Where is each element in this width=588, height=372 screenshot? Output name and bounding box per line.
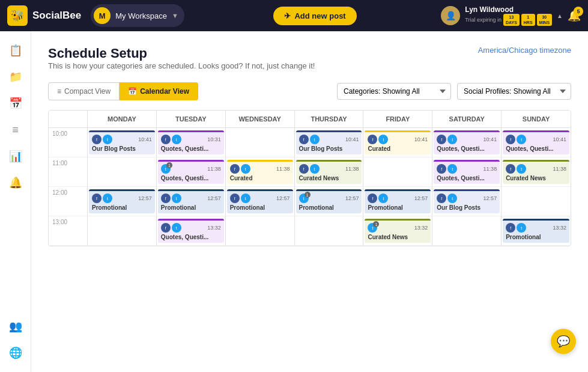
avatar-badge: 1: [166, 162, 172, 168]
profiles-filter[interactable]: Social Profiles: Showing All: [457, 83, 571, 100]
cell-fri-1300: t 1 13:32 Curated News: [363, 216, 432, 246]
event-card[interactable]: f t 10:41 Quotes, Questi...: [503, 130, 569, 154]
event-time: 13:32: [553, 225, 566, 231]
day-header-mon: MONDAY: [88, 111, 157, 127]
cell-mon-1100: [88, 157, 157, 187]
event-card[interactable]: f t 11:38 Curated News: [296, 160, 362, 184]
event-time: 12:57: [276, 195, 290, 201]
cell-mon-1000: f t 10:41 Our Blog Posts: [88, 128, 157, 157]
avatar-icon: t: [310, 135, 320, 144]
event-card[interactable]: f t 12:57 Promotional: [158, 189, 224, 213]
calendar-view-button[interactable]: 📅 Calendar View: [120, 82, 198, 100]
event-title: Promotional: [368, 204, 428, 211]
notifications-badge: 5: [574, 7, 583, 16]
logo-icon: 🐝: [7, 5, 28, 26]
compact-view-button[interactable]: ≡ Compact View: [48, 82, 120, 100]
avatar-icon: t: [241, 164, 250, 174]
event-card[interactable]: f t 12:57 Promotional: [365, 189, 431, 213]
event-title: Our Blog Posts: [92, 145, 152, 152]
categories-filter[interactable]: Categories: Showing All: [337, 83, 451, 100]
event-title: Curated News: [299, 175, 359, 181]
event-card[interactable]: f t 12:57 Promotional: [227, 189, 293, 213]
event-time: 10:41: [414, 136, 428, 142]
event-card[interactable]: f t 13:32 Quotes, Questi...: [158, 219, 224, 243]
chat-bubble[interactable]: 💬: [551, 329, 576, 354]
calendar-grid: MONDAY TUESDAY WEDNESDAY THURSDAY FRIDAY…: [48, 110, 571, 246]
avatar-icon: f: [368, 194, 377, 203]
event-card[interactable]: f t 11:38 Quotes, Questi...: [434, 160, 500, 184]
app-name: SocialBee: [32, 10, 81, 22]
event-title: Curated: [230, 175, 290, 181]
user-info: Lyn Wildwood Trial expiring in 13 DAYS 1…: [465, 5, 552, 26]
sidebar-item-posts[interactable]: 📋: [4, 38, 28, 63]
avatar-icon: t: [310, 164, 320, 174]
sidebar-item-analytics[interactable]: 📊: [4, 144, 28, 168]
sidebar-item-help[interactable]: 🌐: [4, 341, 28, 365]
time-label-1000: 10:00: [49, 128, 88, 157]
sidebar: 📋 📁 📅 ≡ 📊 🔔 👥 🌐: [0, 31, 31, 372]
event-card[interactable]: f t 13:32 Promotional: [503, 219, 569, 243]
cell-wed-1300: [226, 216, 295, 246]
logo: 🐝 SocialBee: [7, 5, 81, 26]
workspace-avatar: M: [94, 7, 111, 24]
event-card[interactable]: f t 11:38 Curated News: [503, 160, 569, 184]
event-card[interactable]: t 1 11:38 Quotes, Questi...: [158, 160, 224, 184]
event-title: Promotional: [299, 204, 359, 211]
event-card[interactable]: f t 10:41 Our Blog Posts: [296, 130, 362, 154]
user-chevron-icon[interactable]: ▲: [557, 13, 563, 19]
event-card[interactable]: f t 10:31 Quotes, Questi...: [158, 130, 224, 154]
avatar-icon: t: [517, 135, 526, 144]
event-title: Quotes, Questi...: [437, 145, 497, 152]
filter-area: Categories: Showing All Social Profiles:…: [337, 83, 571, 100]
event-card[interactable]: f t 10:41 Our Blog Posts: [89, 130, 155, 154]
sidebar-item-team[interactable]: 👥: [4, 314, 28, 338]
event-title: Curated: [368, 145, 428, 152]
user-name: Lyn Wildwood: [465, 5, 552, 14]
event-card[interactable]: f t 12:57 Promotional: [89, 189, 155, 213]
day-header-sat: SATURDAY: [432, 111, 502, 127]
event-time: 10:41: [483, 136, 497, 142]
event-card[interactable]: t 1 13:32 Curated News: [365, 219, 431, 243]
event-time: 12:57: [483, 195, 497, 201]
add-post-button[interactable]: ✈ Add new post: [273, 7, 356, 25]
send-icon: ✈: [284, 11, 291, 20]
time-row-1300: 13:00 f t 13:32 Quotes, Questi...: [49, 216, 571, 246]
chevron-down-icon: ▼: [172, 12, 178, 19]
cell-tue-1200: f t 12:57 Promotional: [157, 187, 226, 216]
sidebar-item-bell[interactable]: 🔔: [4, 171, 28, 195]
event-title: Quotes, Questi...: [161, 145, 221, 152]
cell-sat-1000: f t 10:41 Quotes, Questi...: [432, 128, 502, 157]
event-title: Quotes, Questi...: [437, 175, 497, 181]
avatar-icon: t: [172, 223, 181, 233]
avatar-icon: t: [378, 135, 388, 144]
avatar-icon: t: [517, 223, 526, 233]
event-card[interactable]: t 1 12:57 Promotional: [296, 189, 362, 213]
time-row-1100: 11:00 t 1 11:38 Quot: [49, 157, 571, 187]
page-title-area: Schedule Setup This is how your categori…: [48, 46, 315, 80]
event-time: 11:38: [207, 166, 221, 172]
timezone-link[interactable]: America/Chicago timezone: [478, 46, 571, 55]
time-label-1100: 11:00: [49, 157, 88, 187]
avatar-icon: f: [506, 164, 515, 174]
calendar-header: MONDAY TUESDAY WEDNESDAY THURSDAY FRIDAY…: [49, 111, 571, 128]
sidebar-item-queue[interactable]: ≡: [4, 118, 28, 142]
sidebar-item-schedule[interactable]: 📅: [4, 91, 28, 115]
event-card[interactable]: f t 10:41 Quotes, Questi...: [434, 130, 500, 154]
avatar-icon: t: [103, 135, 112, 144]
workspace-button[interactable]: M My Workspace ▼: [91, 4, 184, 27]
event-card[interactable]: f t 11:38 Curated: [227, 160, 293, 184]
cell-thu-1200: t 1 12:57 Promotional: [295, 187, 364, 216]
event-card[interactable]: f t 12:57 Our Blog Posts: [434, 189, 500, 213]
event-title: Quotes, Questi...: [161, 234, 221, 240]
cell-sat-1200: f t 12:57 Our Blog Posts: [432, 187, 502, 216]
avatar-icon: f: [299, 164, 309, 174]
event-time: 11:38: [483, 166, 497, 172]
cell-fri-1200: f t 12:57 Promotional: [363, 187, 432, 216]
day-header-wed: WEDNESDAY: [226, 111, 295, 127]
avatar-icon: t: [172, 135, 181, 144]
sidebar-item-categories[interactable]: 📁: [4, 65, 28, 89]
avatar-icon: t: [447, 194, 457, 203]
cell-fri-1000: f t 10:41 Curated: [363, 128, 432, 157]
notifications-button[interactable]: 🔔 5: [568, 9, 581, 22]
event-card[interactable]: f t 10:41 Curated: [365, 130, 431, 154]
